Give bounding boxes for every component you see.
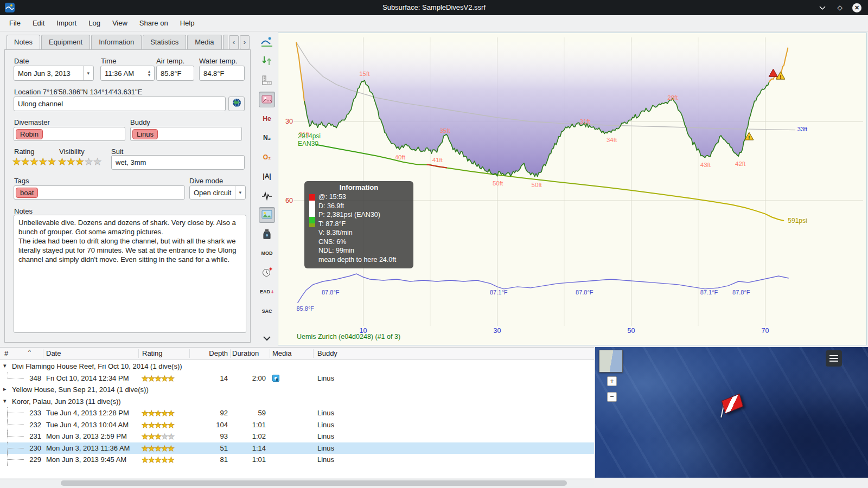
tab-information[interactable]: Information — [91, 35, 142, 49]
column-header-buddy[interactable]: Buddy — [317, 349, 382, 357]
svg-text:35ft: 35ft — [439, 127, 450, 134]
n2-graph-icon[interactable]: N₂ — [259, 130, 275, 146]
buddy-chip[interactable]: Linus — [132, 129, 158, 139]
minimize-icon[interactable] — [818, 3, 827, 12]
close-icon[interactable]: ✕ — [852, 3, 861, 12]
he-graph-icon[interactable]: He — [259, 111, 275, 126]
tab-notes[interactable]: Notes — [7, 35, 40, 49]
map-overview-inset[interactable] — [599, 350, 623, 373]
photos-icon[interactable] — [259, 92, 275, 107]
mod-icon[interactable]: MOD — [259, 246, 275, 261]
svg-text:41ft: 41ft — [432, 157, 443, 163]
column-header-rating[interactable]: Rating — [142, 349, 191, 357]
map-menu-button[interactable] — [826, 350, 842, 367]
dive-rating-stars: ★★★★★ — [142, 444, 174, 453]
tab-equipment[interactable]: Equipment — [41, 35, 90, 49]
column-header-depth[interactable]: Depth — [191, 349, 228, 357]
tab-scroll-left[interactable]: ‹ — [229, 35, 239, 49]
buddy-field[interactable]: Linus — [130, 127, 242, 141]
location-input[interactable]: Ulong channel — [14, 97, 226, 111]
media-icon[interactable] — [272, 375, 279, 382]
globe-button[interactable] — [228, 97, 245, 111]
divemaster-chip[interactable]: Robin — [16, 129, 43, 139]
airtemp-field[interactable]: 85.8°F — [156, 66, 194, 81]
tags-field[interactable]: boat — [14, 185, 185, 200]
dive-flag-marker[interactable] — [719, 396, 746, 420]
dive-site-map[interactable]: + − — [595, 347, 868, 478]
picture-icon[interactable] — [259, 207, 275, 223]
map-zoom-out-button[interactable]: − — [607, 392, 617, 402]
menu-import[interactable]: Import — [50, 16, 82, 30]
tab-scroll-right[interactable]: › — [240, 35, 250, 49]
rating-stars[interactable]: ★★★★★ — [12, 156, 56, 168]
dive-row[interactable]: 230Mon Jun 3, 2013 11:36 AM★★★★★511:14Li… — [0, 442, 594, 454]
window-title: Subsurface: SampleDivesV2.ssrf — [0, 0, 868, 15]
maximize-icon[interactable]: ◇ — [835, 3, 845, 12]
svg-text:70: 70 — [762, 327, 769, 335]
watertemp-field[interactable]: 84.8°F — [199, 66, 245, 81]
dive-row[interactable]: 348Fri Oct 10, 2014 12:34 PM★★★★★142:00L… — [0, 373, 594, 384]
svg-text:Uemis Zurich (e04d0248) (#1 of: Uemis Zurich (e04d0248) (#1 of 3) — [297, 333, 400, 341]
gas-bottle-icon[interactable] — [259, 226, 275, 242]
calc-ceiling-icon[interactable] — [259, 53, 275, 69]
spinner-arrows-icon[interactable]: ▴▾ — [148, 69, 150, 77]
expand-icon[interactable]: ▸ — [3, 386, 7, 393]
menu-file[interactable]: File — [3, 16, 27, 30]
dive-profile-svg[interactable]: 31ft15ft40ft41ft35ft50ft50ft31ft34ft28ft… — [278, 33, 866, 345]
dive-duration: 1:14 — [231, 444, 266, 452]
dive-list-hscrollbar[interactable] — [0, 479, 594, 487]
trip-label: Divi Flamingo House Reef, Fri Oct 10, 20… — [12, 362, 182, 370]
ead-icon[interactable]: EAD+ — [259, 284, 275, 300]
star-icon: ★ — [155, 455, 161, 464]
dive-row[interactable]: 232Tue Jun 4, 2013 10:04 AM★★★★★1041:01L… — [0, 419, 594, 431]
svg-text:31ft: 31ft — [580, 118, 591, 125]
trip-row[interactable]: ▾Divi Flamingo House Reef, Fri Oct 10, 2… — [0, 361, 594, 373]
time-spinbox[interactable]: 11:36 AM▴▾ — [100, 66, 155, 81]
collapse-icon[interactable]: ▾ — [3, 397, 7, 404]
dive-number: 232 — [25, 421, 41, 429]
menu-share-on[interactable]: Share on — [133, 16, 174, 30]
tab-media[interactable]: Media — [187, 35, 221, 49]
visibility-stars[interactable]: ★★★★★ — [58, 156, 102, 168]
star-icon: ★ — [168, 444, 174, 453]
tag-chip[interactable]: boat — [16, 188, 38, 198]
column-header-media[interactable]: Media — [272, 349, 305, 357]
menu-view[interactable]: View — [106, 16, 133, 30]
date-combobox[interactable]: Mon Jun 3, 2013▾ — [14, 66, 94, 81]
collapse-icon[interactable]: ▾ — [3, 362, 7, 369]
map-zoom-in-button[interactable]: + — [607, 376, 617, 386]
dive-row[interactable]: 231Mon Jun 3, 2013 2:59 PM★★★★★931:02Lin… — [0, 431, 594, 442]
menu-log[interactable]: Log — [82, 16, 106, 30]
scrollbar-thumb[interactable] — [61, 480, 567, 486]
divemode-select[interactable]: Open circuit▾ — [189, 185, 246, 200]
tab-statistics[interactable]: Statistics — [143, 35, 186, 49]
trip-row[interactable]: ▾Koror, Palau, Jun 2013 (11 dive(s)) — [0, 396, 594, 408]
column-header-duration[interactable]: Duration — [232, 349, 266, 357]
dc-ceiling-icon[interactable] — [259, 34, 275, 49]
trip-row[interactable]: ▸Yellow House, Sun Sep 21, 2014 (1 dive(… — [0, 384, 594, 396]
notes-textarea[interactable]: Unbelievable dive. Dozens and dozens of … — [14, 215, 246, 333]
suit-field[interactable]: wet, 3mm — [111, 155, 245, 170]
dc-time-icon[interactable] — [259, 265, 275, 280]
dive-date: Tue Jun 4, 2013 12:28 PM — [46, 409, 129, 417]
dive-date: Mon Jun 3, 2013 9:45 AM — [46, 455, 126, 464]
menu-edit[interactable]: Edit — [27, 16, 50, 30]
dive-row[interactable]: 229Mon Jun 3, 2013 9:45 AM★★★★★811:01Lin… — [0, 454, 594, 466]
column-header-num[interactable]: # — [4, 349, 26, 357]
tree-branch — [7, 378, 24, 378]
o2-graph-icon[interactable]: O₂ — [259, 149, 275, 165]
setpoint-icon[interactable]: |A| — [259, 169, 275, 184]
dive-row[interactable]: 233Tue Jun 4, 2013 12:28 PM★★★★★9259Linu… — [0, 407, 594, 419]
toolbar-scroll-down[interactable] — [259, 330, 275, 346]
sac-icon[interactable]: SAC — [259, 303, 275, 319]
menu-help[interactable]: Help — [174, 16, 201, 30]
ruler-icon[interactable] — [259, 72, 275, 88]
dive-list-header[interactable]: #DateRatingDepthDurationMediaBuddy^ — [0, 348, 594, 360]
star-icon: ★ — [161, 455, 168, 464]
column-header-date[interactable]: Date — [46, 349, 138, 357]
dive-profile-chart[interactable]: 31ft15ft40ft41ft35ft50ft50ft31ft34ft28ft… — [278, 33, 867, 345]
divemaster-field[interactable]: Robin — [14, 127, 125, 141]
heart-rate-icon[interactable] — [259, 188, 275, 203]
dive-duration: 2:00 — [231, 374, 266, 382]
tab-e[interactable]: E — [223, 35, 228, 49]
